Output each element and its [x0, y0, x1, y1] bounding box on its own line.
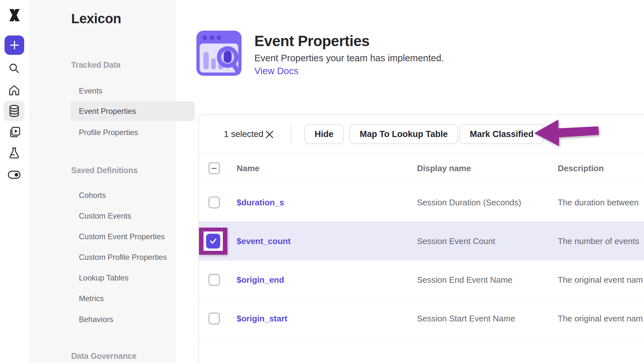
- sidebar-item-event-properties[interactable]: Event Properties: [71, 101, 195, 121]
- event-properties-illustration-icon: [196, 31, 242, 76]
- section-saved-definitions: Saved Definitions: [71, 166, 137, 175]
- row-checkbox-checked[interactable]: [206, 234, 220, 249]
- home-icon[interactable]: [8, 84, 21, 97]
- property-name-link[interactable]: $origin_end: [237, 260, 284, 299]
- page-subtitle: Event Properties your team has implement…: [254, 53, 444, 64]
- data-definitions-selected-pill[interactable]: [4, 101, 24, 121]
- display-name-cell: Session Duration (Seconds): [417, 183, 521, 222]
- lexicon-sidebar: Lexicon Tracked Data Events Event Proper…: [30, 0, 175, 363]
- page-title: Event Properties: [254, 32, 370, 50]
- table-row[interactable]: $origin_end Session End Event Name The o…: [199, 260, 644, 299]
- table-header-row: Name Display name Description: [199, 153, 644, 183]
- mixpanel-logo-icon[interactable]: [6, 7, 23, 23]
- description-cell: The original event nam: [558, 260, 643, 299]
- display-name-cell: Session Start Event Name: [417, 299, 515, 338]
- sidebar-item-events[interactable]: Events: [79, 86, 102, 95]
- column-header-name[interactable]: Name: [237, 153, 260, 183]
- indeterminate-minus-icon: [212, 168, 217, 169]
- row-checkbox[interactable]: [209, 313, 220, 324]
- sidebar-item-profile-properties[interactable]: Profile Properties: [79, 128, 138, 137]
- sidebar-item-metrics[interactable]: Metrics: [79, 294, 104, 303]
- hide-button[interactable]: Hide: [304, 124, 344, 144]
- description-cell: The duration between: [558, 183, 639, 222]
- annotation-arrow: [530, 116, 602, 150]
- property-name-link[interactable]: $duration_s: [237, 183, 284, 222]
- column-header-display-name[interactable]: Display name: [417, 153, 471, 183]
- toolbar-divider: [290, 124, 291, 144]
- property-name-link[interactable]: $event_count: [237, 222, 291, 260]
- create-plus-button[interactable]: [5, 35, 24, 55]
- sidebar-title: Lexicon: [71, 11, 121, 26]
- row-checkbox[interactable]: [209, 197, 220, 208]
- sidebar-item-cohorts[interactable]: Cohorts: [79, 191, 106, 200]
- clear-selection-button[interactable]: [264, 129, 275, 140]
- icon-rail: [0, 0, 30, 363]
- annotation-highlight-box: [199, 228, 227, 255]
- feature-toggle-icon[interactable]: [8, 169, 21, 181]
- sidebar-item-lookup-tables[interactable]: Lookup Tables: [79, 273, 128, 282]
- display-name-cell: Session End Event Name: [417, 260, 512, 299]
- column-header-description[interactable]: Description: [558, 153, 604, 183]
- map-to-lookup-table-button[interactable]: Map To Lookup Table: [349, 124, 458, 144]
- database-icon: [8, 104, 20, 117]
- search-icon[interactable]: [8, 62, 21, 75]
- view-docs-link[interactable]: View Docs: [254, 66, 298, 76]
- section-data-governance: Data Governance: [71, 351, 137, 361]
- description-cell: The number of events: [558, 222, 639, 260]
- sidebar-item-behaviors[interactable]: Behaviors: [79, 315, 113, 324]
- checkmark-icon: [208, 236, 218, 246]
- sidebar-item-label: Event Properties: [79, 107, 136, 116]
- select-all-checkbox[interactable]: [209, 162, 220, 174]
- selected-count: 1 selected: [224, 115, 263, 153]
- boards-icon[interactable]: [8, 126, 21, 139]
- sidebar-item-custom-event-properties[interactable]: Custom Event Properties: [79, 232, 165, 241]
- section-tracked-data: Tracked Data: [71, 60, 120, 70]
- display-name-cell: Session Event Count: [417, 222, 495, 260]
- sidebar-item-custom-events[interactable]: Custom Events: [79, 211, 131, 221]
- row-checkbox[interactable]: [209, 274, 220, 286]
- property-name-link[interactable]: $origin_start: [237, 299, 288, 338]
- description-cell: The original event nam: [558, 299, 643, 338]
- sidebar-item-custom-profile-properties[interactable]: Custom Profile Properties: [79, 253, 167, 262]
- experiments-flask-icon[interactable]: [8, 146, 21, 159]
- table-row[interactable]: $origin_start Session Start Event Name T…: [199, 299, 644, 338]
- table-row[interactable]: $duration_s Session Duration (Seconds) T…: [199, 183, 644, 222]
- event-properties-table-card: 1 selected Hide Map To Lookup Table Mark…: [198, 114, 644, 363]
- table-row-selected[interactable]: $event_count Session Event Count The num…: [199, 222, 644, 260]
- close-icon: [265, 130, 274, 139]
